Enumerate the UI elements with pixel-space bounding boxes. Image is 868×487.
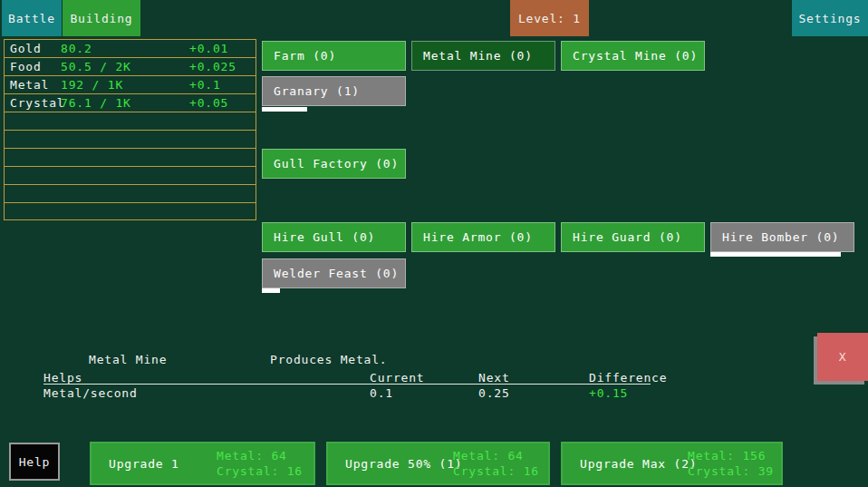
info-header-current: Current [370,371,424,385]
hire-gull-button[interactable]: Hire Gull (0) [262,222,406,252]
resource-row-empty [5,167,256,185]
metal-cost: Metal: 156 [688,449,766,463]
hire-guard-button[interactable]: Hire Guard (0) [561,222,705,252]
level-indicator[interactable]: Level: 1 [510,0,589,36]
tab-battle[interactable]: Battle [2,0,62,36]
resource-value: 80.2 [61,42,92,55]
welder-progress-bar [262,288,280,293]
farm-button[interactable]: Farm (0) [262,41,406,71]
resource-row-empty [5,131,256,149]
resource-row-empty [5,149,256,167]
info-title: Metal Mine [89,353,167,366]
metal-cost: Metal: 64 [217,449,287,463]
upgrade-label: Upgrade 1 [109,443,179,483]
crystal-cost: Crystal: 39 [688,464,774,478]
info-header-helps: Helps [43,371,82,385]
resource-name: Food [10,60,42,73]
resource-row-food: Food 50.5 / 2K +0.025 [5,58,256,76]
info-header-difference: Difference [589,371,667,385]
bomber-progress-bar [710,252,841,257]
info-header-next: Next [478,371,510,385]
info-row-current: 0.1 [370,386,393,400]
granary-button[interactable]: Granary (1) [262,76,406,106]
metal-mine-button[interactable]: Metal Mine (0) [411,41,555,71]
upgrade-50-button[interactable]: Upgrade 50% (1) Metal: 64Crystal: 16 [326,442,550,485]
close-button[interactable]: X [817,333,868,381]
resource-rate: +0.1 [189,78,221,92]
resource-row-empty [5,112,256,131]
upgrade-max-button[interactable]: Upgrade Max (2) Metal: 156Crystal: 39 [561,442,783,485]
resource-row-crystal: Crystal 76.1 / 1K +0.05 [5,94,256,112]
welder-feast-button[interactable]: Welder Feast (0) [262,258,406,288]
metal-cost: Metal: 64 [453,449,524,463]
upgrade-label: Upgrade Max (2) [580,443,697,483]
info-row-difference: +0.15 [589,386,628,400]
hire-bomber-button[interactable]: Hire Bomber (0) [710,222,854,252]
resource-value: 76.1 / 1K [61,96,131,110]
resource-value: 50.5 / 2K [61,60,131,73]
upgrade-1-button[interactable]: Upgrade 1 Metal: 64Crystal: 16 [90,442,315,485]
granary-progress-bar [262,107,307,112]
crystal-cost: Crystal: 16 [217,464,303,478]
resource-rate: +0.05 [189,96,228,110]
hire-armor-button[interactable]: Hire Armor (0) [411,222,555,252]
gull-factory-button[interactable]: Gull Factory (0) [262,149,406,179]
settings-button[interactable]: Settings [792,0,868,36]
game-screen: Battle Building Level: 1 Settings Gold 8… [0,0,868,487]
help-button[interactable]: Help [9,443,60,481]
upgrade-label: Upgrade 50% (1) [345,443,462,483]
upgrade-costs: Metal: 64Crystal: 16 [453,448,539,479]
tab-building[interactable]: Building [63,0,140,36]
resource-rate: +0.01 [189,42,228,55]
resource-name: Metal [10,78,49,92]
crystal-mine-button[interactable]: Crystal Mine (0) [561,41,705,71]
resource-row-metal: Metal 192 / 1K +0.1 [5,76,256,94]
info-description: Produces Metal. [270,353,387,366]
resource-row-gold: Gold 80.2 +0.01 [5,40,256,58]
resource-row-empty [5,203,256,220]
info-header-underline [43,384,651,385]
resource-table: Gold 80.2 +0.01 Food 50.5 / 2K +0.025 Me… [4,39,256,220]
upgrade-costs: Metal: 156Crystal: 39 [688,448,774,479]
resource-row-empty [5,185,256,203]
resource-name: Gold [10,42,42,55]
info-row-next: 0.25 [478,386,510,400]
resource-value: 192 / 1K [61,78,123,92]
crystal-cost: Crystal: 16 [453,464,539,478]
resource-rate: +0.025 [189,60,236,73]
upgrade-costs: Metal: 64Crystal: 16 [217,448,303,479]
info-row-name: Metal/second [43,386,138,400]
resource-name: Crystal [10,96,64,110]
